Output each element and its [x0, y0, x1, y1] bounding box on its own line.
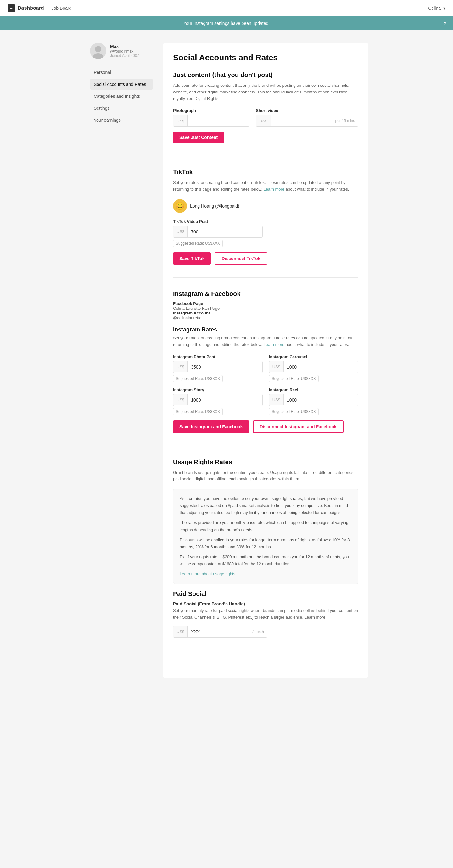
- nav-user-name: Celina: [428, 6, 441, 11]
- disconnect-tiktok-button[interactable]: Disconnect TikTok: [215, 252, 267, 265]
- short-video-field-group: Short video US$ per 15 mins: [256, 108, 358, 127]
- tiktok-video-prefix: US$: [173, 226, 188, 237]
- ig-reel-field-group: Instagram Reel US$ Suggested Rate: US$XX…: [269, 388, 359, 415]
- usage-info-3: Discounts will be applied to your rates …: [180, 536, 352, 550]
- notification-message: Your Instagram settings have been update…: [183, 21, 270, 26]
- short-video-prefix: US$: [256, 116, 271, 126]
- photograph-input-wrapper: US$: [173, 115, 249, 127]
- tiktok-learn-more-link[interactable]: Learn more: [264, 187, 284, 191]
- profile-info: Max @yourgirlmax Joined April 2007: [110, 44, 139, 58]
- ig-account-label: Instagram Account: [173, 311, 358, 315]
- tiktok-video-label: TikTok Video Post: [173, 219, 263, 224]
- sidebar-item-personal[interactable]: Personal: [90, 67, 153, 78]
- paid-social-spacer: [274, 626, 358, 638]
- usage-rights-title: Usage Rights Rates: [173, 459, 358, 466]
- ig-story-input-wrapper: US$: [173, 394, 263, 406]
- save-tiktok-button[interactable]: Save TikTok: [173, 252, 211, 265]
- paid-social-field-row: US$ /month: [173, 626, 358, 638]
- ig-rates-title: Instagram Rates: [173, 327, 358, 333]
- avatar-image: [90, 43, 106, 59]
- ig-story-prefix: US$: [173, 394, 188, 405]
- ig-photo-input-wrapper: US$: [173, 361, 263, 373]
- nav-user-menu[interactable]: Celina ▾: [428, 6, 446, 11]
- nav-logo: # Dashboard: [7, 4, 44, 12]
- tiktok-learn-more-suffix: about what to include in your rates.: [285, 187, 349, 191]
- sidebar-item-categories[interactable]: Categories and Insights: [90, 91, 153, 102]
- ig-reel-input-wrapper: US$: [269, 394, 359, 406]
- tiktok-profile: 😊 Long Hoang (@longpaid): [173, 199, 358, 213]
- app-name: Dashboard: [18, 5, 44, 11]
- page-title: Social Accounts and Rates: [173, 53, 358, 63]
- ig-photo-input[interactable]: [188, 361, 262, 373]
- usage-rights-section: Usage Rights Rates Grant brands usage ri…: [173, 459, 358, 655]
- just-content-desc: Add your rate for creating content that …: [173, 83, 358, 102]
- ig-learn-more-link[interactable]: Learn more: [264, 342, 284, 347]
- paid-social-prefix: US$: [173, 626, 188, 637]
- ig-photo-label: Instagram Photo Post: [173, 354, 263, 359]
- svg-point-1: [95, 46, 101, 52]
- sidebar-item-social-accounts[interactable]: Social Accounts and Rates: [90, 79, 153, 90]
- notification-banner: Your Instagram settings have been update…: [0, 17, 453, 30]
- tiktok-video-input-wrapper: US$: [173, 226, 263, 238]
- main-content: Social Accounts and Rates Just content (…: [163, 43, 368, 678]
- paid-social-field-group: US$ /month: [173, 626, 267, 638]
- just-content-section: Just content (that you don't post) Add y…: [173, 71, 358, 156]
- usage-rights-desc: Grant brands usage rights for the conten…: [173, 469, 358, 483]
- sidebar-item-earnings[interactable]: Your earnings: [90, 115, 153, 126]
- logo-icon: #: [7, 4, 15, 12]
- chevron-down-icon: ▾: [443, 6, 446, 11]
- tiktok-fields: TikTok Video Post US$ Suggested Rate: US…: [173, 219, 358, 247]
- ig-reel-label: Instagram Reel: [269, 388, 359, 392]
- just-content-btn-row: Save Just Content: [173, 132, 358, 143]
- ig-photo-prefix: US$: [173, 361, 188, 372]
- tiktok-title: TikTok: [173, 168, 358, 176]
- ig-reel-input[interactable]: [284, 394, 358, 406]
- photograph-input[interactable]: [188, 115, 249, 126]
- ig-account-value: @celinalaurette: [173, 315, 358, 320]
- ig-carousel-prefix: US$: [269, 361, 284, 372]
- paid-social-input[interactable]: [188, 626, 249, 638]
- ig-carousel-label: Instagram Carousel: [269, 354, 359, 359]
- tiktok-section: TikTok Set your rates for creating brand…: [173, 168, 358, 278]
- short-video-input[interactable]: [271, 115, 332, 126]
- photograph-label: Photograph: [173, 108, 249, 113]
- tiktok-video-field-group: TikTok Video Post US$ Suggested Rate: US…: [173, 219, 263, 247]
- ig-field-row-1: Instagram Photo Post US$ Suggested Rate:…: [173, 354, 358, 382]
- nav-job-board[interactable]: Job Board: [52, 6, 72, 11]
- paid-social-desc-text: Set your monthly rate for paid social ri…: [173, 608, 358, 620]
- top-nav: # Dashboard Job Board Celina ▾: [0, 0, 453, 17]
- ig-carousel-input[interactable]: [284, 361, 358, 373]
- photograph-prefix: US$: [173, 116, 188, 126]
- ig-rates-desc: Set your rates for creating brand conten…: [173, 335, 358, 348]
- usage-learn-more-link[interactable]: Learn more about usage rights.: [180, 571, 237, 576]
- profile-area: Max @yourgirlmax Joined April 2007: [90, 43, 153, 59]
- ig-field-row-2: Instagram Story US$ Suggested Rate: US$X…: [173, 388, 358, 415]
- disconnect-ig-fb-button[interactable]: Disconnect Instagram and Facebook: [253, 421, 343, 433]
- avatar: [90, 43, 106, 59]
- ig-fb-section: Instagram & Facebook Facebook Page Celin…: [173, 290, 358, 446]
- tiktok-video-input[interactable]: [188, 226, 262, 238]
- ig-learn-more-suffix: about what to include in your rates.: [285, 342, 349, 347]
- paid-social-input-wrapper: US$ /month: [173, 626, 267, 638]
- ig-story-field-group: Instagram Story US$ Suggested Rate: US$X…: [173, 388, 263, 415]
- sidebar-item-settings[interactable]: Settings: [90, 102, 153, 114]
- short-video-label: Short video: [256, 108, 358, 113]
- ig-reel-prefix: US$: [269, 394, 284, 405]
- tiktok-btn-row: Save TikTok Disconnect TikTok: [173, 252, 358, 265]
- usage-info-1: As a creator, you have the option to set…: [180, 495, 352, 516]
- ig-story-suggested: Suggested Rate: US$XXX: [173, 408, 223, 415]
- tiktok-suggested-rate: Suggested Rate: US$XXX: [173, 240, 223, 247]
- save-ig-fb-button[interactable]: Save Instagram and Facebook: [173, 421, 249, 433]
- sidebar: Max @yourgirlmax Joined April 2007 Perso…: [90, 43, 153, 678]
- ig-story-input[interactable]: [188, 394, 262, 406]
- tiktok-desc: Set your rates for creating brand conten…: [173, 180, 358, 193]
- fb-page-label: Facebook Page: [173, 301, 358, 306]
- usage-info-2: The rates provided are your monthly base…: [180, 519, 352, 533]
- ig-carousel-input-wrapper: US$: [269, 361, 359, 373]
- paid-social-learn-more-link[interactable]: Learn more.: [304, 615, 327, 620]
- ig-carousel-suggested: Suggested Rate: US$XXX: [269, 375, 319, 382]
- sidebar-nav: Personal Social Accounts and Rates Categ…: [90, 67, 153, 126]
- fb-page-value: Celina Laurette Fan Page: [173, 306, 358, 311]
- save-just-content-button[interactable]: Save Just Content: [173, 132, 224, 143]
- notification-close-button[interactable]: ×: [443, 21, 447, 26]
